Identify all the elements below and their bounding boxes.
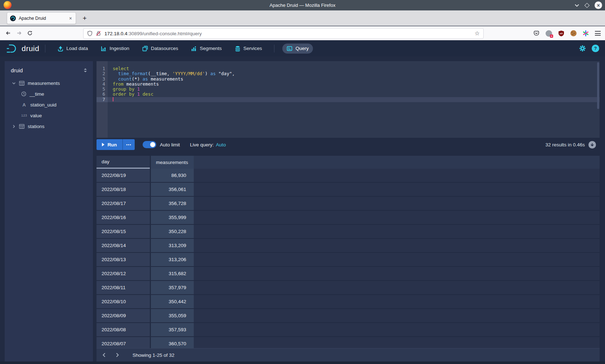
table-row: 2022/08/12315,682 <box>97 267 600 281</box>
cell-day[interactable]: 2022/08/11 <box>97 281 150 294</box>
window-close-icon[interactable]: × <box>595 1 602 9</box>
nav-item-label: Services <box>243 46 262 51</box>
forward-button[interactable] <box>14 28 24 38</box>
run-button[interactable]: Run <box>97 139 122 150</box>
bookmark-star-icon[interactable]: ☆ <box>475 31 480 36</box>
sidebar-item-measurements[interactable]: measurements <box>5 78 93 88</box>
run-bar: Run ••• Auto limit Live query: Auto 32 r… <box>97 139 600 150</box>
column-header-measurements[interactable]: measurements <box>151 156 194 169</box>
cell-measurements[interactable]: 313,209 <box>151 239 194 252</box>
cell-day[interactable]: 2022/08/18 <box>97 183 150 196</box>
settings-gear-icon[interactable] <box>579 45 586 52</box>
results-header: day measurements <box>97 156 600 169</box>
live-query-label: Live query: <box>190 142 214 147</box>
sidebar-item-station-uuid-column[interactable]: A station_uuid <box>5 99 93 110</box>
cell-day[interactable]: 2022/08/19 <box>97 169 150 182</box>
window-title: Apache Druid — Mozilla Firefox <box>0 3 605 8</box>
nav-item-datasources[interactable]: Datasources <box>138 44 183 54</box>
druid-logo-icon <box>6 44 19 53</box>
browser-tab[interactable]: Apache Druid × <box>7 12 76 24</box>
cell-day[interactable]: 2022/08/10 <box>97 295 150 308</box>
nav-item-load-data[interactable]: Load data <box>53 44 92 54</box>
play-icon <box>102 143 104 146</box>
ublock-origin-icon[interactable]: uO <box>558 30 564 37</box>
window-minimize-icon[interactable] <box>574 4 579 7</box>
url-bar[interactable]: 172.18.0.4:30899/unified-console.html#qu… <box>83 28 484 39</box>
cell-measurements[interactable]: 315,682 <box>151 267 194 280</box>
nav-item-segments[interactable]: Segments <box>187 44 226 54</box>
nav-item-services[interactable]: Services <box>230 44 266 54</box>
cell-measurements[interactable]: 357,593 <box>151 323 194 336</box>
cell-measurements[interactable]: 355,059 <box>151 309 194 322</box>
sidebar-item-value-column[interactable]: 123 value <box>5 110 93 121</box>
extension-icon[interactable] <box>546 30 552 37</box>
pocket-icon[interactable] <box>533 31 539 36</box>
run-more-button[interactable]: ••• <box>122 139 135 150</box>
nav-item-label: Load data <box>66 46 88 51</box>
line-number: 5 <box>97 87 108 92</box>
column-header-day[interactable]: day <box>97 156 150 169</box>
cell-measurements[interactable]: 313,206 <box>151 253 194 266</box>
tab-bar: Apache Druid × + <box>0 10 605 26</box>
pagination-footer: Showing 1-25 of 32 <box>97 348 600 361</box>
insecure-lock-icon[interactable] <box>96 31 101 36</box>
druid-navbar: druid Load data Ingestion Datasources Se… <box>0 40 605 56</box>
cookie-icon[interactable] <box>570 30 577 36</box>
live-query-value[interactable]: Auto <box>216 142 226 147</box>
editor-scrollbar[interactable] <box>597 62 599 109</box>
cell-day[interactable]: 2022/08/12 <box>97 267 150 280</box>
sql-editor[interactable]: 1234567 select time_format(__time, 'YYYY… <box>97 61 600 138</box>
sidebar-item-time-column[interactable]: __time <box>5 88 93 99</box>
help-icon[interactable]: ? <box>592 45 599 52</box>
cell-measurements[interactable]: 356,061 <box>151 183 194 196</box>
pagination-status: Showing 1-25 of 32 <box>133 352 174 358</box>
results-table: day measurements 2022/08/1986,9302022/08… <box>97 156 600 364</box>
cell-day[interactable]: 2022/08/08 <box>97 323 150 336</box>
colorful-asterisk-extension-icon[interactable] <box>583 30 589 36</box>
browser-toolbar: 172.18.0.4:30899/unified-console.html#qu… <box>0 26 605 40</box>
table-icon <box>19 124 24 129</box>
schema-selector[interactable]: druid <box>5 61 93 78</box>
results-body: 2022/08/1986,9302022/08/18356,0612022/08… <box>97 169 600 351</box>
window-maximize-icon[interactable] <box>584 3 590 8</box>
sidebar-item-stations[interactable]: stations <box>5 121 93 132</box>
svg-text:uO: uO <box>560 32 563 34</box>
code-line: from measurements <box>108 82 600 87</box>
cell-day[interactable]: 2022/08/16 <box>97 211 150 224</box>
cell-measurements[interactable]: 350,442 <box>151 295 194 308</box>
table-row: 2022/08/15350,228 <box>97 225 600 239</box>
cell-measurements[interactable]: 355,999 <box>151 211 194 224</box>
cell-day[interactable]: 2022/08/09 <box>97 309 150 322</box>
nav-item-label: Datasources <box>151 46 178 51</box>
window-titlebar: Apache Druid — Mozilla Firefox × <box>0 0 605 10</box>
tracking-shield-icon[interactable] <box>87 31 93 36</box>
editor-code[interactable]: select time_format(__time, 'YYYY/MM/dd')… <box>108 61 600 138</box>
back-button[interactable] <box>3 28 14 38</box>
table-row: 2022/08/18356,061 <box>97 183 600 197</box>
url-text[interactable]: 172.18.0.4:30899/unified-console.html#qu… <box>104 31 471 36</box>
ingestion-chart-icon <box>101 46 107 51</box>
cell-measurements[interactable]: 86,930 <box>151 169 194 182</box>
cell-measurements[interactable]: 356,728 <box>151 197 194 210</box>
new-tab-button[interactable]: + <box>80 14 89 23</box>
next-page-icon[interactable] <box>112 350 122 360</box>
menu-hamburger-icon[interactable] <box>595 31 601 36</box>
clock-icon <box>21 91 26 96</box>
nav-item-query[interactable]: Query <box>282 44 313 54</box>
row-filler <box>194 169 600 182</box>
nav-item-ingestion[interactable]: Ingestion <box>97 44 134 54</box>
reload-button[interactable] <box>24 28 35 38</box>
cell-day[interactable]: 2022/08/13 <box>97 253 150 266</box>
url-path: :30899/unified-console.html#query <box>127 31 202 36</box>
cell-day[interactable]: 2022/08/14 <box>97 239 150 252</box>
cell-day[interactable]: 2022/08/15 <box>97 225 150 238</box>
druid-logo[interactable]: druid <box>6 44 39 53</box>
download-results-icon[interactable] <box>588 141 596 149</box>
auto-limit-toggle[interactable] <box>143 141 156 148</box>
cell-measurements[interactable]: 357,979 <box>151 281 194 294</box>
row-filler <box>194 323 600 336</box>
cell-day[interactable]: 2022/08/17 <box>97 197 150 210</box>
prev-page-icon[interactable] <box>99 350 109 360</box>
cell-measurements[interactable]: 350,228 <box>151 225 194 238</box>
tab-close-icon[interactable]: × <box>68 15 73 21</box>
